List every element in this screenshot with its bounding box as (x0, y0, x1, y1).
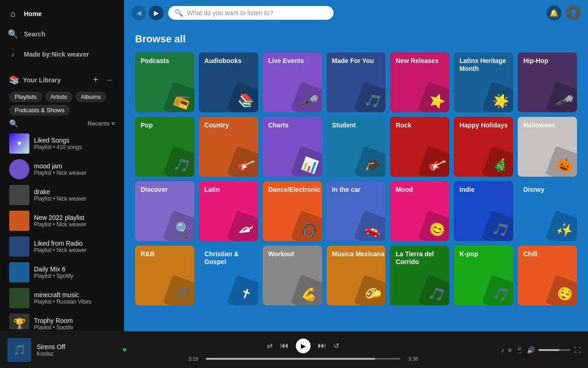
category-card-chill[interactable]: Chill😌 (518, 246, 577, 305)
list-item[interactable]: drake Playlist • Nick weaver (6, 182, 119, 208)
category-image: ✝ (226, 275, 258, 305)
category-card-discover[interactable]: Discover🔍 (135, 181, 194, 241)
category-card-christian[interactable]: Christian & Gospel✝ (199, 246, 258, 305)
category-card-hiphop[interactable]: Hip-Hop🎤 (518, 52, 577, 112)
library-expand-button[interactable]: → (104, 73, 115, 87)
avatar[interactable]: 👤 (566, 6, 581, 20)
music-icon: ♪ (7, 49, 18, 60)
player-heart-button[interactable]: ♥ (123, 346, 127, 354)
volume-bar[interactable] (538, 349, 571, 351)
category-card-made-for-you[interactable]: Made For You🎵 (327, 52, 386, 112)
sidebar: ⌂ Home 🔍 Search ♪ Made by:Nick weaver 📚 … (0, 0, 124, 331)
list-item[interactable]: 🏆 Trophy Room Playlist • Spotify (6, 311, 119, 329)
library-title[interactable]: 📚 Your Library (9, 75, 61, 85)
category-card-pop[interactable]: Pop🎵 (135, 117, 194, 177)
player-thumbnail: 🎵 (7, 338, 31, 362)
list-item[interactable]: mood jam Playlist • Nick weaver (6, 156, 119, 182)
list-item[interactable]: ♥ Liked Songs Playlist • 410 songs (6, 131, 119, 156)
category-card-disney[interactable]: Disney✨ (518, 181, 577, 241)
queue-button[interactable]: ≡ (508, 346, 512, 354)
time-current: 3:19 (188, 356, 202, 362)
category-name: Made For You (332, 57, 374, 65)
category-card-rock[interactable]: Rock🎸 (390, 117, 449, 177)
playlist-sub: Playlist • Nick weaver (34, 170, 115, 176)
category-card-tierra[interactable]: La Tierra del Corrido🎵 (390, 246, 449, 305)
filter-albums[interactable]: Albums (75, 92, 106, 102)
list-item[interactable]: Daily Mix 6 Playlist • Spotify (6, 259, 119, 285)
lyrics-button[interactable]: ♪ (501, 346, 504, 354)
player-center: ⇄ ⏮ ▶ ⏭ ↺ 3:19 3:38 (132, 339, 474, 362)
category-name: Audiobooks (204, 57, 242, 65)
volume-button[interactable]: 🔊 (527, 346, 535, 354)
volume-fill (538, 349, 560, 351)
devices-button[interactable]: 📱 (515, 346, 523, 354)
category-grid: Podcasts📻Audiobooks📚Live Events🎤Made For… (135, 52, 577, 305)
category-card-indie[interactable]: Indie🎵 (454, 181, 513, 241)
sidebar-item-home[interactable]: ⌂ Home (0, 4, 124, 24)
category-name: Workout (268, 250, 294, 258)
category-image: 🎵 (482, 210, 513, 241)
category-card-mood[interactable]: Mood😊 (390, 181, 449, 241)
filter-playlists[interactable]: Playlists (9, 92, 42, 102)
playlist-sub: Playlist • 410 songs (34, 144, 115, 150)
back-button[interactable]: ◀ (131, 6, 146, 20)
category-name: Happy Holidays (459, 121, 508, 129)
library-add-button[interactable]: + (91, 73, 100, 87)
playlist-thumb (9, 185, 29, 205)
shuffle-button[interactable]: ⇄ (267, 342, 273, 350)
category-card-new-releases[interactable]: New Releases⭐ (390, 52, 449, 112)
category-card-happy-holidays[interactable]: Happy Holidays🎄 (454, 117, 513, 177)
category-image: 🎸 (418, 146, 449, 177)
category-card-latin[interactable]: Latin🌶 (199, 181, 258, 241)
category-card-latinx[interactable]: Latinx Heritage Month🌟 (454, 52, 513, 112)
nav-arrows: ◀ ▶ (131, 6, 164, 20)
sidebar-item-search[interactable]: 🔍 Search (0, 24, 124, 44)
play-pause-button[interactable]: ▶ (296, 339, 311, 353)
list-item[interactable]: Liked from Radio Playlist • Nick weaver (6, 234, 119, 259)
topbar: ◀ ▶ 🔍 🔔 👤 (124, 0, 588, 26)
sidebar-item-made-by-label: Made by:Nick weaver (24, 51, 89, 58)
repeat-button[interactable]: ↺ (334, 342, 339, 350)
category-card-halloween[interactable]: Halloween🎃 (518, 117, 577, 177)
fullscreen-button[interactable]: ⛶ (574, 346, 581, 354)
category-image: 📻 (163, 81, 194, 112)
filter-artists[interactable]: Artists (45, 92, 73, 102)
category-card-rnb[interactable]: R&B🎵 (135, 246, 194, 305)
time-total: 3:38 (404, 356, 418, 362)
progress-bar[interactable] (206, 358, 401, 360)
sidebar-nav: ⌂ Home 🔍 Search ♪ Made by:Nick weaver (0, 0, 124, 66)
category-card-dance[interactable]: Dance/Electronic🎧 (263, 181, 322, 241)
library-icon: 📚 (9, 75, 19, 85)
playlist-sub: Playlist • Nick weaver (34, 221, 115, 228)
category-image: ✨ (546, 210, 577, 241)
notifications-button[interactable]: 🔔 (547, 6, 561, 20)
sidebar-item-made-by[interactable]: ♪ Made by:Nick weaver (0, 44, 124, 64)
filter-podcasts-shows[interactable]: Podcasts & Shows (9, 105, 70, 115)
category-image: 🎃 (546, 146, 577, 177)
library-search-icon[interactable]: 🔍 (9, 119, 18, 128)
category-card-student[interactable]: Student🎓 (327, 117, 386, 177)
next-button[interactable]: ⏭ (318, 341, 326, 351)
category-card-mexicana[interactable]: Música Mexicana🌮 (327, 246, 386, 305)
list-item[interactable]: New 2022 playlist Playlist • Nick weaver (6, 208, 119, 234)
category-card-live[interactable]: Live Events🎤 (263, 52, 322, 112)
category-card-audiobooks[interactable]: Audiobooks📚 (199, 52, 258, 112)
previous-button[interactable]: ⏮ (280, 341, 288, 351)
list-item[interactable]: minecraft music Playlist • Russian Vibes (6, 285, 119, 311)
category-card-country[interactable]: Country🎸 (199, 117, 258, 177)
category-name: Student (332, 121, 356, 129)
search-input[interactable] (187, 9, 327, 17)
category-image: 🎵 (482, 275, 513, 305)
category-card-podcasts[interactable]: Podcasts📻 (135, 52, 194, 112)
player-right: ♪ ≡ 📱 🔊 ⛶ (480, 346, 581, 354)
search-icon: 🔍 (7, 29, 18, 40)
forward-button[interactable]: ▶ (149, 6, 164, 20)
category-card-workout[interactable]: Workout💪 (263, 246, 322, 305)
playlist-name: mood jam (34, 162, 115, 170)
library-header: 📚 Your Library + → (4, 68, 120, 92)
category-card-incar[interactable]: In the car🚗 (327, 181, 386, 241)
category-card-charts[interactable]: Charts📊 (263, 117, 322, 177)
category-card-kpop[interactable]: K-pop🎵 (454, 246, 513, 305)
recents-sort[interactable]: Recents ≡ (88, 120, 115, 127)
topbar-right: 🔔 👤 (547, 6, 581, 20)
